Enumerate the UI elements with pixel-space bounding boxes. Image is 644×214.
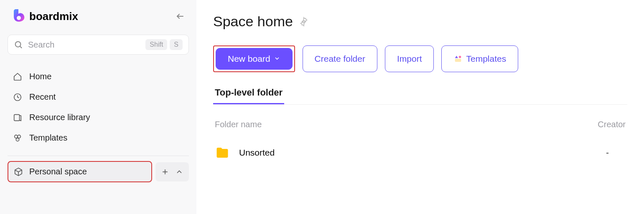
new-board-button[interactable]: New board xyxy=(216,48,293,70)
search-shortcut: Shift S xyxy=(145,39,183,50)
column-creator: Creator xyxy=(598,120,626,129)
sidebar-item-recent[interactable]: Recent xyxy=(8,87,189,107)
space-label: Personal space xyxy=(29,167,87,176)
chevron-down-icon xyxy=(274,54,280,64)
folder-icon xyxy=(215,145,230,160)
clock-icon xyxy=(13,93,23,102)
svg-rect-4 xyxy=(14,114,20,121)
svg-point-7 xyxy=(16,138,19,141)
svg-point-5 xyxy=(15,135,18,138)
sidebar-item-label: Home xyxy=(29,72,51,81)
page-title: Space home xyxy=(213,13,293,30)
tabs: Top-level folder xyxy=(213,84,627,105)
svg-line-2 xyxy=(20,46,22,48)
collapse-sidebar-icon[interactable] xyxy=(175,11,185,21)
logo-icon xyxy=(12,8,26,24)
import-button[interactable]: Import xyxy=(385,45,434,72)
search-input[interactable]: Search Shift S xyxy=(8,35,189,55)
action-buttons: New board Create folder Import xyxy=(213,45,627,72)
templates-label: Templates xyxy=(466,54,506,64)
import-label: Import xyxy=(397,54,422,64)
divider xyxy=(8,156,189,156)
sidebar-item-templates[interactable]: Templates xyxy=(8,128,189,148)
sidebar-item-resource-library[interactable]: Resource library xyxy=(8,107,189,128)
search-placeholder: Search xyxy=(28,40,145,50)
column-folder-name: Folder name xyxy=(215,120,262,129)
page-title-row: Space home xyxy=(213,13,627,30)
search-icon xyxy=(14,40,23,49)
folder-name: Unsorted xyxy=(239,148,275,158)
sidebar: boardmix Search Shift S xyxy=(0,0,196,214)
kbd-shift: Shift xyxy=(145,39,167,50)
collapse-space-button[interactable] xyxy=(173,166,186,178)
logo[interactable]: boardmix xyxy=(12,8,78,24)
sidebar-item-label: Resource library xyxy=(29,113,90,122)
svg-point-14 xyxy=(459,56,461,58)
brand-name: boardmix xyxy=(29,10,78,23)
svg-marker-13 xyxy=(455,56,458,58)
templates-icon xyxy=(13,133,23,143)
kbd-s: S xyxy=(170,39,183,50)
svg-point-1 xyxy=(15,42,21,47)
creator-cell: - xyxy=(606,148,626,158)
sidebar-header: boardmix xyxy=(8,8,189,24)
nav-list: Home Recent Resource library xyxy=(8,66,189,148)
library-icon xyxy=(13,113,23,122)
folder-cell: Unsorted xyxy=(215,145,275,160)
main-content: Space home New board Create folder Impo xyxy=(196,0,644,214)
create-folder-button[interactable]: Create folder xyxy=(303,45,377,72)
add-space-button[interactable] xyxy=(159,166,171,178)
table-row[interactable]: Unsorted - xyxy=(213,142,627,164)
sidebar-item-label: Recent xyxy=(29,92,56,102)
space-row: Personal space xyxy=(8,161,189,182)
create-folder-label: Create folder xyxy=(315,54,365,64)
svg-point-6 xyxy=(18,135,20,138)
new-board-label: New board xyxy=(228,54,270,64)
sidebar-item-label: Templates xyxy=(29,133,67,143)
sidebar-item-personal-space[interactable]: Personal space xyxy=(8,161,152,182)
cube-icon xyxy=(13,167,23,176)
new-board-highlight: New board xyxy=(213,45,295,72)
table-header: Folder name Creator xyxy=(213,116,627,142)
gear-icon[interactable] xyxy=(299,17,309,27)
templates-button[interactable]: Templates xyxy=(441,45,518,72)
templates-color-icon xyxy=(453,54,463,63)
space-actions xyxy=(155,162,189,181)
sidebar-item-home[interactable]: Home xyxy=(8,66,189,87)
svg-rect-12 xyxy=(455,59,461,62)
home-icon xyxy=(13,72,23,81)
tab-top-level-folder[interactable]: Top-level folder xyxy=(213,84,284,104)
